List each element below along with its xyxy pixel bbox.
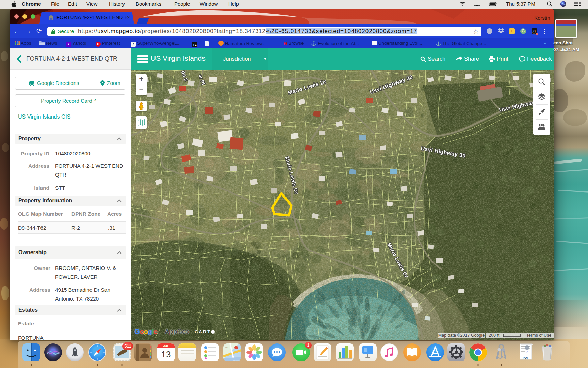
svg-text:PDF: PDF [523, 356, 529, 359]
svg-text:280: 280 [225, 346, 229, 349]
